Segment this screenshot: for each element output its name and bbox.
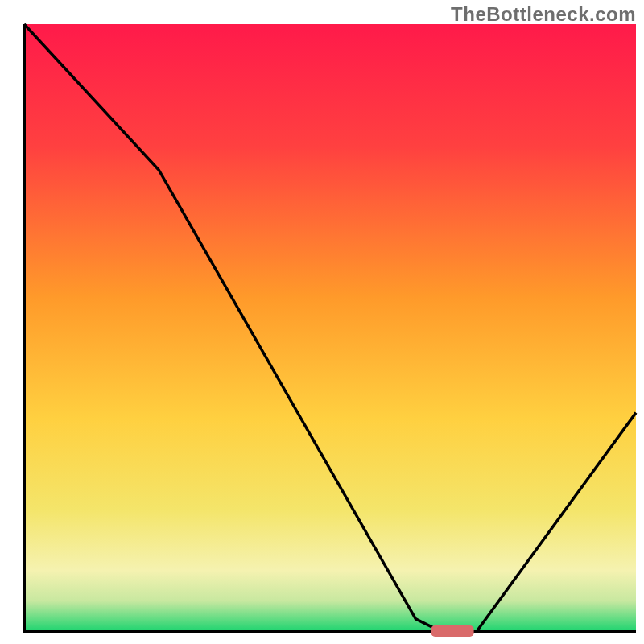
chart-svg bbox=[0, 0, 644, 644]
watermark-text: TheBottleneck.com bbox=[451, 3, 636, 26]
bottleneck-chart: TheBottleneck.com bbox=[0, 0, 644, 644]
optimal-marker bbox=[431, 625, 473, 637]
